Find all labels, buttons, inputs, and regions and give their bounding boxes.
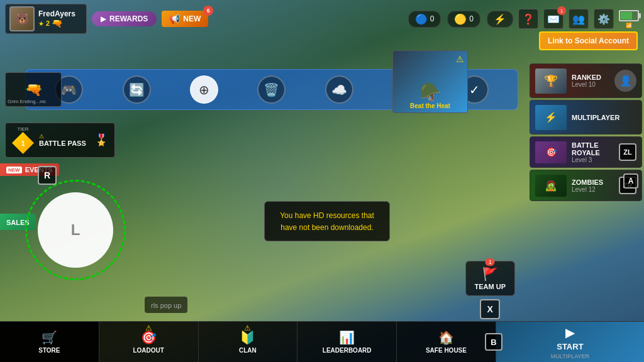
zl-label: ZL <box>623 148 631 156</box>
leaderboard-button[interactable]: 📊 LEADERBOARD <box>297 322 397 362</box>
grim-ending-label: Grim Ending...nic <box>8 99 46 104</box>
r-button[interactable]: R <box>38 166 57 185</box>
loadout-label: LOADOUT <box>133 347 164 354</box>
beat-heat-character: 🪖 <box>419 82 441 102</box>
start-icon: ▶ <box>565 325 575 340</box>
beat-heat-promo[interactable]: ⚠ 🪖 Beat the Heat <box>392 50 468 113</box>
rls-text: rls pop up <box>151 302 181 309</box>
grim-ending-thumbnail: 🔫 <box>25 82 42 98</box>
clan-button[interactable]: ⚠ 🔰 CLAN <box>199 322 298 362</box>
player-name: FredAyers <box>38 9 75 18</box>
loadout-warning-icon: ⚠ <box>145 324 152 332</box>
zl-button[interactable]: ZL <box>619 143 636 161</box>
store-label: STORE <box>38 347 60 354</box>
currency-cp[interactable]: 🟡 0 <box>447 11 480 28</box>
zombies-thumbnail: 🧟 <box>535 175 567 197</box>
currency-area: 🔵 0 🟡 0 ⚡ <box>408 11 513 28</box>
ranked-avatar-container: 👤 <box>614 70 636 92</box>
rls-popup: rls pop up <box>145 297 187 313</box>
x-button[interactable]: X <box>480 299 500 319</box>
cp-icon: 🟡 <box>454 13 467 25</box>
player-info: FredAyers ★ 2 🔫 <box>38 9 75 28</box>
zombies-label: ZOMBIES <box>572 178 614 186</box>
tier-number: 1 <box>21 140 25 147</box>
team-up-badge: 1 <box>486 258 495 266</box>
ranked-thumbnail: 🏆 <box>535 69 567 94</box>
sidebar-item-multiplayer[interactable]: ⚡ MULTIPLAYER <box>530 100 642 134</box>
grim-ending-card[interactable]: 🔫 Grim Ending...nic <box>5 72 62 107</box>
leaderboard-label: LEADERBOARD <box>323 347 372 354</box>
start-sub-label: MULTIPLAYER <box>551 353 589 359</box>
level-number: 2 <box>46 19 50 27</box>
clan-label: CLAN <box>239 347 257 354</box>
start-label: START <box>557 342 583 351</box>
ranked-label: RANKED <box>572 74 609 81</box>
ui-layer: 🐻 FredAyers ★ 2 🔫 ▶ REWARDS 📢 NEW 6 <box>0 0 644 362</box>
tier-container: TIER 1 <box>12 126 34 154</box>
cod-points-icon: 🔵 <box>415 13 428 25</box>
battle-pass[interactable]: TIER 1 ⚠ BATTLE PASS 🎖️ <box>5 123 115 158</box>
battle-royale-level: Level 3 <box>572 156 614 163</box>
store-button[interactable]: 🛒 STORE <box>0 322 99 362</box>
rewards-label: REWARDS <box>109 14 148 23</box>
avatar: 🐻 <box>9 6 35 31</box>
store-icon: 🛒 <box>42 330 57 345</box>
new-badge: 6 <box>203 6 213 16</box>
loadout-rotate-icon[interactable]: 🔄 <box>123 75 151 104</box>
multiplayer-info: MULTIPLAYER <box>567 114 636 121</box>
battle-royale-info: BATTLE ROYALE Level 3 <box>567 141 619 163</box>
start-multiplayer-button[interactable]: B ▶ START MULTIPLAYER <box>496 322 644 362</box>
a-label: A <box>628 177 634 185</box>
sidebar-item-zombies[interactable]: 🧟 ZOMBIES Level 12 ZR A <box>530 170 642 201</box>
rewards-button[interactable]: ▶ REWARDS <box>92 11 157 26</box>
bottom-bar: 🛒 STORE ⚠ 🎯 LOADOUT ⚠ 🔰 CLAN 📊 LEADERBOA… <box>0 321 644 362</box>
currency-energy[interactable]: ⚡ <box>487 11 513 28</box>
beat-heat-label: Beat the Heat <box>410 102 450 109</box>
hd-message-text: You have HD resources that have not been… <box>280 211 374 232</box>
energy-icon: ⚡ <box>494 13 506 25</box>
clan-warning-icon: ⚠ <box>244 324 251 332</box>
zombies-info: ZOMBIES Level 12 <box>567 178 619 193</box>
team-up-icon: 🚩 <box>482 266 498 282</box>
currency-cod-points[interactable]: 🔵 0 <box>408 11 441 28</box>
sidebar-item-ranked[interactable]: 🏆 RANKED Level 10 👤 <box>530 63 642 98</box>
warning-diamond-bp: ⚠ <box>39 133 86 140</box>
multiplayer-thumbnail: ⚡ <box>535 105 567 130</box>
b-button[interactable]: B <box>485 333 502 351</box>
ranked-level: Level 10 <box>572 81 609 88</box>
loadout-cloud-icon[interactable]: ☁️ <box>325 75 353 104</box>
joystick[interactable]: L <box>38 192 113 268</box>
multiplayer-label: MULTIPLAYER <box>572 114 631 121</box>
loadout-trash-icon[interactable]: 🗑️ <box>257 75 286 104</box>
x-button-label: X <box>487 304 493 314</box>
safe-house-label: SAFE HOUSE <box>426 347 467 354</box>
r-button-label: R <box>44 170 50 180</box>
team-up-button[interactable]: 1 🚩 TEAM UP <box>465 261 516 296</box>
player-level: ★ 2 🔫 <box>38 18 75 28</box>
safe-house-button[interactable]: 🏠 SAFE HOUSE <box>397 322 496 362</box>
new-button[interactable]: 📢 NEW 6 <box>162 11 208 27</box>
play-icon: ▶ <box>101 14 106 23</box>
tier-diamond: 1 <box>12 132 34 154</box>
sidebar-spacer <box>530 2 642 62</box>
leaderboard-icon: 📊 <box>339 330 355 345</box>
player-profile[interactable]: 🐻 FredAyers ★ 2 🔫 <box>5 4 87 34</box>
sidebar-item-battle-royale[interactable]: 🎯 BATTLE ROYALE Level 3 ZL <box>530 136 642 168</box>
battle-pass-label: BATTLE PASS <box>39 140 86 147</box>
team-up-label: TEAM UP <box>475 283 506 290</box>
b-button-label: B <box>491 337 496 347</box>
weapon-icon: 🔫 <box>52 18 62 28</box>
tier-label: TIER <box>17 126 28 132</box>
beat-heat-warning-icon: ⚠ <box>456 54 464 64</box>
joystick-label: L <box>71 221 80 239</box>
ranked-info: RANKED Level 10 <box>567 74 614 88</box>
hd-resources-message: You have HD resources that have not been… <box>264 201 390 241</box>
battle-pass-info: ⚠ BATTLE PASS <box>39 133 86 147</box>
loadout-button[interactable]: ⚠ 🎯 LOADOUT <box>99 322 199 362</box>
star-icon: ★ <box>38 20 44 27</box>
battle-pass-thumbnail: 🎖️ <box>94 133 108 147</box>
a-button[interactable]: A <box>623 173 638 189</box>
cp-amount: 0 <box>469 14 474 23</box>
battle-royale-thumbnail: 🎯 <box>535 141 567 163</box>
loadout-active-icon[interactable]: ⊕ <box>190 75 218 104</box>
